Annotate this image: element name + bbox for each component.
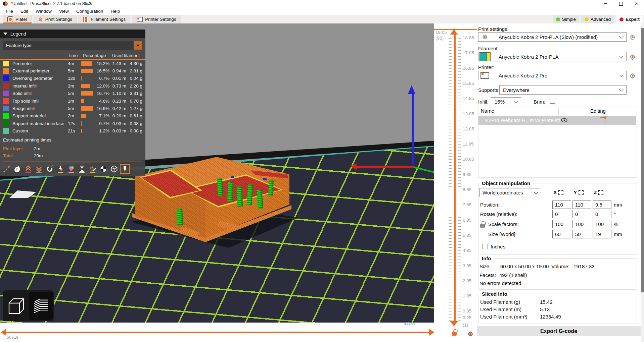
object-list-row[interactable]: K2Pro Webcam H...m v3 Plate.stl: [478, 116, 636, 125]
manip-unit-label: °: [614, 211, 616, 217]
pause-prints-icon[interactable]: [77, 164, 87, 174]
inches-label: Inches: [491, 244, 505, 249]
inches-checkbox[interactable]: [482, 244, 488, 249]
maximize-button[interactable]: [613, 0, 629, 7]
close-button[interactable]: ✕: [629, 0, 644, 7]
mode-simple[interactable]: Simple: [553, 15, 579, 23]
dropdown-arrow-icon[interactable]: [134, 41, 142, 50]
move-slider-track[interactable]: [3, 332, 429, 333]
layer-tick-label: 0.85: [463, 308, 471, 314]
axis-box-icon: [579, 190, 584, 195]
color-changes-icon[interactable]: [66, 164, 76, 174]
sliced-info-rows: Used Filament (g)15.42Used Filament (m)5…: [478, 296, 636, 323]
menu-file[interactable]: File: [2, 7, 17, 15]
deretractions-icon[interactable]: [34, 164, 44, 174]
manip-input-y[interactable]: [572, 210, 591, 218]
custom-gcodes-icon[interactable]: [88, 164, 97, 174]
printer-gear-button[interactable]: ⚙: [629, 72, 637, 80]
print-settings-value: Anycubic Kobra 2 Pro-PLA (Slow) (modifie…: [499, 34, 598, 40]
manip-input-x[interactable]: [552, 230, 571, 238]
menu-configuration[interactable]: Configuration: [73, 7, 107, 15]
layer-tick-label: 5.85: [463, 233, 471, 238]
view-type-dropdown[interactable]: Feature type: [3, 41, 142, 50]
print-settings-gear-button[interactable]: ⚙: [629, 33, 637, 41]
slider-lock-icon[interactable]: [452, 332, 457, 336]
brim-checkbox[interactable]: [550, 98, 555, 104]
mode-expert[interactable]: Expert: [616, 15, 643, 23]
filament-gear-button[interactable]: ⚙: [629, 53, 637, 61]
chevron-down-icon: [619, 87, 624, 92]
manip-row-label: Rotate (relative):: [480, 211, 517, 217]
supports-combo[interactable]: Everywhere: [499, 85, 627, 95]
sliced-info-label: Used Filament (m): [480, 306, 521, 312]
tab-filament-settings[interactable]: Filament Settings: [79, 15, 130, 23]
chevron-down-icon: [514, 99, 518, 103]
coordinate-system-combo[interactable]: World coordinates: [479, 188, 541, 197]
seams-icon[interactable]: [45, 164, 54, 174]
mode-advanced[interactable]: Advanced: [581, 15, 614, 23]
legend-header[interactable]: Legend: [0, 30, 145, 38]
gear-icon: ⚙: [482, 34, 488, 40]
feature-color-swatch: [3, 106, 9, 111]
manip-input-z[interactable]: [593, 210, 611, 218]
support-pillar: [268, 180, 274, 196]
shells-icon[interactable]: [99, 164, 108, 174]
scale-lock-icon[interactable]: [480, 224, 485, 228]
panel-scrollbar-thumb[interactable]: [641, 28, 644, 292]
object-list-editing-header: Editing: [590, 108, 606, 114]
tool-marker-icon[interactable]: [109, 164, 119, 174]
travel-paths-icon[interactable]: [2, 164, 11, 174]
menu-window[interactable]: Window: [32, 7, 55, 15]
infill-combo[interactable]: 15%: [491, 97, 521, 106]
tab-printer-settings[interactable]: Printer Settings: [132, 15, 181, 23]
manip-input-x[interactable]: [552, 210, 571, 218]
3d-view-button[interactable]: [4, 292, 27, 320]
retractions-icon[interactable]: [24, 164, 33, 174]
gcode-model[interactable]: [130, 157, 292, 243]
filament-spool-icon: [83, 17, 88, 22]
menu-edit[interactable]: Edit: [17, 7, 32, 15]
layer-slider-top-thumb[interactable]: [450, 30, 458, 35]
layer-min-count: (1): [463, 323, 468, 328]
wipe-icon[interactable]: [13, 164, 22, 174]
menu-help[interactable]: Help: [107, 7, 124, 15]
move-slider-right-thumb[interactable]: [429, 329, 434, 336]
print-settings-combo[interactable]: ⚙ Anycubic Kobra 2 Pro-PLA (Slow) (modif…: [478, 32, 627, 42]
manip-input-x[interactable]: [552, 201, 571, 209]
layer-slider-track[interactable]: [454, 34, 456, 322]
infill-label: Infill:: [478, 99, 489, 105]
manip-input-z[interactable]: [593, 201, 611, 209]
move-slider-left-thumb[interactable]: [1, 329, 6, 336]
layer-tick-label: 2.85: [463, 278, 471, 283]
tool-changes-icon[interactable]: [56, 164, 65, 174]
legend-row: Solid infill5m16.7%1.10 m3.31 g: [0, 90, 145, 97]
feature-color-swatch: [3, 68, 9, 74]
x-axis-header: X: [553, 189, 563, 195]
size-value: 60.00 x 50.00 x 19.00: [500, 264, 549, 269]
manip-input-y[interactable]: [572, 220, 591, 228]
manip-unit-label: %: [614, 221, 618, 227]
nozzle-marker-icon[interactable]: [120, 164, 130, 174]
layer-slider-bottom-thumb[interactable]: [450, 321, 458, 326]
estimated-times-title: Estimated printing times:: [0, 135, 145, 142]
layers-view-button[interactable]: [29, 292, 53, 320]
menu-view[interactable]: View: [55, 7, 73, 15]
tab-print-settings[interactable]: ⚙ Print Settings: [34, 15, 77, 23]
size-label: Size:: [479, 264, 491, 269]
manip-input-z[interactable]: [593, 230, 611, 238]
manip-input-y[interactable]: [572, 230, 591, 238]
manip-input-x[interactable]: [552, 220, 571, 228]
printer-combo[interactable]: Anycubic Kobra 2 Pro: [478, 71, 627, 80]
volume-value: 19187.33: [573, 264, 595, 269]
minimize-button[interactable]: [598, 0, 613, 7]
slider-gear-icon[interactable]: ⚙: [467, 331, 473, 337]
manip-input-z[interactable]: [593, 220, 611, 228]
tab-plater[interactable]: Plater: [3, 15, 32, 23]
supports-label: Supports:: [478, 87, 500, 93]
legend-row: Support material2m7.1%0.20 m0.61 g: [0, 112, 145, 120]
manip-input-y[interactable]: [572, 201, 591, 209]
export-gcode-button[interactable]: Export G-code: [477, 326, 641, 336]
editing-icon[interactable]: [600, 117, 605, 123]
eye-icon[interactable]: [561, 118, 567, 122]
filament-combo[interactable]: Anycubic Kobra 2 Pro-PLA: [478, 52, 627, 61]
